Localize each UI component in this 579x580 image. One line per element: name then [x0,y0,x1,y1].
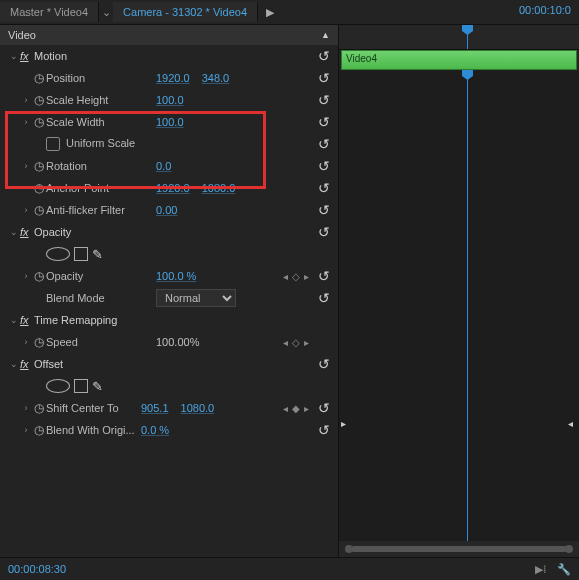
keyframe-area[interactable]: ◂ ▸ [339,70,579,541]
rect-mask-icon[interactable] [74,379,88,393]
prop-label: Scale Width [46,116,156,128]
stopwatch-icon[interactable]: ◷ [32,203,46,217]
video-section-header[interactable]: Video ▲ [0,25,338,45]
twirl-icon[interactable]: › [20,425,32,435]
ellipse-mask-icon[interactable] [46,247,70,261]
playhead-line[interactable] [467,70,468,541]
playback-icon[interactable]: ▶⁞ [535,563,547,576]
twirl-icon[interactable]: ⌄ [8,51,20,61]
time-ruler[interactable] [339,25,579,50]
master-tab[interactable]: Master * Video4 [0,2,99,22]
prop-label: Anchor Point [46,182,156,194]
reset-icon[interactable]: ↺ [318,356,330,372]
timeline-clip[interactable]: Video4 [341,50,577,70]
twirl-icon[interactable]: ⌄ [8,227,20,237]
effect-opacity[interactable]: ⌄ fx Opacity ↺ [0,221,338,243]
twirl-icon[interactable]: › [20,161,32,171]
twirl-icon[interactable]: › [20,205,32,215]
fx-badge-icon[interactable]: fx [20,50,34,62]
reset-icon[interactable]: ↺ [318,48,330,64]
reset-icon[interactable]: ↺ [318,202,330,218]
reset-icon[interactable]: ↺ [318,70,330,86]
value-y[interactable]: 1080.0 [181,402,215,414]
value-y[interactable]: 1080.0 [202,182,236,194]
prop-blend-mode: Blend Mode Normal ↺ [0,287,338,309]
effect-title: Time Remapping [34,314,144,326]
reset-icon[interactable]: ↺ [318,92,330,108]
fx-badge-icon[interactable]: fx [20,358,34,370]
current-timecode[interactable]: 00:00:08:30 [8,563,66,575]
keyframe-nav[interactable]: ◂◇▸ [282,337,310,348]
sequence-timecode[interactable]: 00:00:10:0 [519,4,571,16]
collapse-icon[interactable]: ▲ [321,30,330,40]
value[interactable]: 100.0 [156,116,184,128]
reset-icon[interactable]: ↺ [318,268,330,284]
twirl-icon[interactable]: ⌄ [8,359,20,369]
prop-antiflicker: › ◷ Anti-flicker Filter 0.00 ↺ [0,199,338,221]
uniform-scale-checkbox[interactable] [46,137,60,151]
fx-badge-icon[interactable]: fx [20,226,34,238]
clip-track: Video4 [339,50,579,70]
reset-icon[interactable]: ↺ [318,224,330,240]
play-only-icon[interactable]: ▶ [258,6,282,19]
rect-mask-icon[interactable] [74,247,88,261]
prop-scale-height: › ◷ Scale Height 100.0 ↺ [0,89,338,111]
prop-blend-with-original: › ◷ Blend With Origi... 0.0 % ↺ [0,419,338,441]
value-x[interactable]: 1920.0 [156,72,190,84]
value-y[interactable]: 348.0 [202,72,230,84]
stopwatch-icon[interactable]: ◷ [32,269,46,283]
reset-icon[interactable]: ↺ [318,180,330,196]
twirl-icon[interactable]: ⌄ [8,315,20,325]
tab-dropdown[interactable]: ⌄ [99,6,113,19]
blend-mode-select[interactable]: Normal [156,289,236,307]
stopwatch-icon[interactable]: ◷ [32,181,46,195]
keyframe-nav[interactable]: ◂◇▸ [282,271,310,282]
reset-icon[interactable]: ↺ [318,400,330,416]
value-x[interactable]: 905.1 [141,402,169,414]
twirl-icon[interactable]: › [20,337,32,347]
stopwatch-icon[interactable]: ◷ [32,115,46,129]
stopwatch-icon[interactable]: ◷ [32,93,46,107]
reset-icon[interactable]: ↺ [318,158,330,174]
fx-badge-icon[interactable]: fx [20,314,34,326]
kf-marker-right[interactable]: ◂ [568,418,573,429]
playhead[interactable] [467,25,468,49]
stopwatch-icon[interactable]: ◷ [32,401,46,415]
twirl-icon[interactable]: › [20,117,32,127]
effect-offset[interactable]: ⌄ fx Offset ↺ [0,353,338,375]
value-x[interactable]: 1920.0 [156,182,190,194]
effect-title: Offset [34,358,144,370]
reset-icon[interactable]: ↺ [318,114,330,130]
value[interactable]: 0.0 % [141,424,169,436]
pen-mask-icon[interactable]: ✎ [92,247,103,262]
source-tab[interactable]: Camera - 31302 * Video4 [113,2,258,22]
reset-icon[interactable]: ↺ [318,422,330,438]
prop-label: Blend Mode [46,292,156,304]
reset-icon[interactable]: ↺ [318,136,330,152]
zoom-in-knob[interactable] [565,545,573,553]
value[interactable]: 0.0 [156,160,171,172]
value[interactable]: 100.00% [156,336,199,348]
value[interactable]: 100.0 [156,94,184,106]
stopwatch-icon[interactable]: ◷ [32,423,46,437]
twirl-icon[interactable]: › [20,271,32,281]
value[interactable]: 100.0 % [156,270,196,282]
next-kf-icon: ▸ [303,271,310,282]
prop-label: Opacity [46,270,156,282]
twirl-icon[interactable]: › [20,403,32,413]
value[interactable]: 0.00 [156,204,177,216]
reset-icon[interactable]: ↺ [318,290,330,306]
stopwatch-icon[interactable]: ◷ [32,335,46,349]
effect-time-remapping[interactable]: ⌄ fx Time Remapping [0,309,338,331]
twirl-icon[interactable]: › [20,95,32,105]
effect-motion[interactable]: ⌄ fx Motion ↺ [0,45,338,67]
wrench-icon[interactable]: 🔧 [557,563,571,576]
stopwatch-icon[interactable]: ◷ [32,159,46,173]
kf-marker-left[interactable]: ▸ [341,418,346,429]
keyframe-nav[interactable]: ◂◆▸ [282,403,310,414]
pen-mask-icon[interactable]: ✎ [92,379,103,394]
timeline-scrollbar[interactable] [339,541,579,557]
stopwatch-icon[interactable]: ◷ [32,71,46,85]
prev-kf-icon: ◂ [282,271,289,282]
ellipse-mask-icon[interactable] [46,379,70,393]
